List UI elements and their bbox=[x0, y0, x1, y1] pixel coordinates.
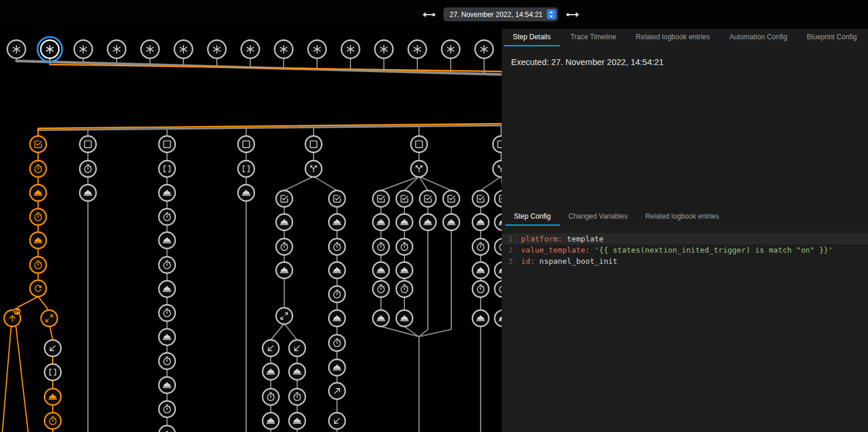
square-node[interactable] bbox=[411, 136, 427, 152]
dome-node[interactable] bbox=[263, 413, 279, 429]
dome-node[interactable] bbox=[373, 262, 389, 278]
dome-node[interactable] bbox=[276, 262, 292, 278]
asterisk-node[interactable] bbox=[38, 37, 62, 62]
tab-config-related-logbook-entries[interactable]: Related logbook entries bbox=[636, 208, 728, 226]
split-node[interactable] bbox=[276, 308, 292, 324]
step-config-code[interactable]: 1platform: template2value_template: '{{ … bbox=[502, 226, 868, 432]
timer-node[interactable] bbox=[495, 281, 502, 297]
dome-node[interactable] bbox=[238, 185, 254, 201]
asterisk-node[interactable] bbox=[475, 40, 493, 59]
asterisk-node[interactable] bbox=[308, 40, 326, 59]
timer-node[interactable] bbox=[159, 209, 175, 225]
choose-node[interactable] bbox=[411, 161, 427, 177]
dome-node[interactable] bbox=[30, 185, 46, 201]
timer-node[interactable] bbox=[263, 389, 279, 405]
timer-node[interactable] bbox=[373, 281, 389, 297]
dome-node[interactable] bbox=[159, 329, 175, 345]
arrow-sw-node[interactable] bbox=[329, 413, 345, 429]
timer-node[interactable] bbox=[329, 286, 345, 302]
timer-node[interactable] bbox=[159, 305, 175, 321]
asterisk-node[interactable] bbox=[275, 40, 293, 59]
code-line-3[interactable]: 3id: nspanel_boot_init bbox=[502, 256, 868, 267]
dome-node[interactable] bbox=[329, 359, 345, 376]
timer-node[interactable] bbox=[472, 239, 489, 255]
arrow-up-node[interactable]: 9+ bbox=[4, 308, 21, 327]
asterisk-node[interactable] bbox=[175, 40, 193, 59]
dome-node[interactable] bbox=[396, 214, 413, 230]
checkbox-node[interactable] bbox=[30, 136, 46, 152]
asterisk-node[interactable] bbox=[375, 40, 393, 59]
dome-node[interactable] bbox=[329, 262, 345, 278]
asterisk-node[interactable] bbox=[442, 40, 460, 59]
dome-node[interactable] bbox=[289, 413, 305, 429]
tab-blueprint-config[interactable]: Blueprint Config bbox=[798, 29, 866, 46]
timer-node[interactable] bbox=[159, 353, 175, 369]
dome-node[interactable] bbox=[329, 214, 345, 230]
checkbox-node[interactable] bbox=[420, 191, 436, 207]
dome-node[interactable] bbox=[80, 185, 96, 201]
timer-node[interactable] bbox=[30, 209, 46, 225]
repeat-node[interactable] bbox=[30, 280, 46, 297]
arrow-ne-node[interactable] bbox=[329, 383, 345, 399]
dome-node[interactable] bbox=[443, 214, 459, 230]
dome-node[interactable] bbox=[495, 262, 502, 278]
timer-node[interactable] bbox=[396, 281, 413, 297]
tab-step-details[interactable]: Step Details bbox=[504, 29, 560, 46]
arrow-sw-node[interactable] bbox=[263, 340, 279, 356]
asterisk-node[interactable] bbox=[141, 40, 159, 59]
asterisk-node[interactable] bbox=[342, 40, 360, 59]
timer-node[interactable] bbox=[329, 335, 345, 351]
dome-node[interactable] bbox=[396, 310, 413, 326]
tab-trace-timeline[interactable]: Trace Timeline bbox=[561, 29, 625, 46]
previous-run-icon[interactable] bbox=[421, 11, 436, 19]
timer-node[interactable] bbox=[276, 239, 292, 255]
checkbox-node[interactable] bbox=[443, 191, 459, 207]
checkbox-node[interactable] bbox=[472, 191, 489, 207]
asterisk-node[interactable] bbox=[108, 40, 126, 59]
choose-node[interactable] bbox=[305, 161, 322, 177]
square-node[interactable] bbox=[80, 136, 96, 152]
dome-node[interactable] bbox=[495, 214, 502, 230]
timer-node[interactable] bbox=[30, 161, 46, 177]
asterisk-node[interactable] bbox=[8, 40, 26, 59]
arrow-sw-node[interactable] bbox=[289, 340, 305, 356]
timer-node[interactable] bbox=[159, 257, 175, 273]
dome-node[interactable] bbox=[495, 310, 502, 326]
brackets-node[interactable] bbox=[238, 161, 254, 177]
checkbox-node[interactable] bbox=[373, 191, 389, 207]
timer-node[interactable] bbox=[159, 401, 175, 417]
timer-node[interactable] bbox=[495, 239, 502, 255]
dome-node[interactable] bbox=[472, 262, 489, 278]
dome-node[interactable] bbox=[289, 363, 305, 380]
code-line-1[interactable]: 1platform: template bbox=[502, 233, 868, 244]
square-node[interactable] bbox=[159, 136, 175, 152]
dome-node[interactable] bbox=[45, 389, 61, 405]
dome-node[interactable] bbox=[263, 363, 279, 380]
arrow-sw-node[interactable] bbox=[45, 340, 61, 356]
square-node[interactable] bbox=[238, 136, 254, 152]
code-line-2[interactable]: 2value_template: '{{ states(nextion_init… bbox=[502, 244, 868, 256]
dome-node[interactable] bbox=[159, 377, 175, 393]
tab-step-config[interactable]: Step Config bbox=[505, 208, 560, 226]
dome-node[interactable] bbox=[30, 232, 46, 249]
asterisk-node[interactable] bbox=[74, 40, 93, 59]
timer-node[interactable] bbox=[80, 161, 96, 177]
timer-node[interactable] bbox=[45, 413, 61, 429]
checkbox-node[interactable] bbox=[495, 191, 502, 207]
checkbox-node[interactable] bbox=[329, 191, 345, 207]
dome-node[interactable] bbox=[373, 214, 389, 230]
dome-node[interactable] bbox=[159, 281, 175, 297]
run-datetime-select[interactable]: 27. November 2022, 14:54:21 bbox=[444, 8, 558, 21]
dome-node[interactable] bbox=[159, 426, 175, 432]
tab-related-logbook-entries[interactable]: Related logbook entries bbox=[627, 29, 719, 46]
asterisk-node[interactable] bbox=[241, 40, 260, 59]
choose-node[interactable] bbox=[493, 161, 502, 177]
square-node[interactable] bbox=[493, 136, 502, 152]
square-node[interactable] bbox=[305, 136, 322, 152]
timer-node[interactable] bbox=[329, 239, 345, 255]
tab-automation-config[interactable]: Automation Config bbox=[720, 29, 796, 46]
dome-node[interactable] bbox=[373, 310, 389, 326]
timer-node[interactable] bbox=[30, 257, 46, 273]
split-node[interactable] bbox=[41, 310, 57, 326]
dome-node[interactable] bbox=[329, 310, 345, 326]
